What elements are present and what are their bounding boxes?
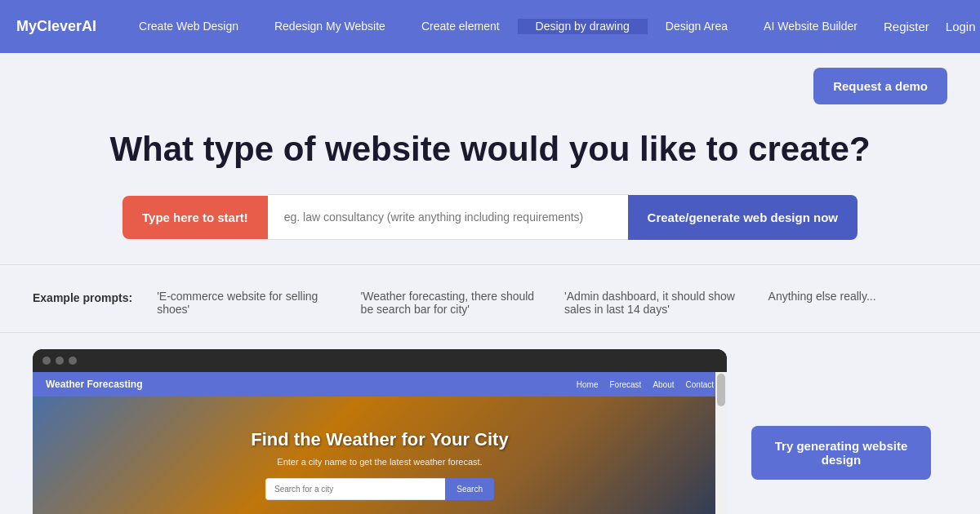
weather-brand: Weather Forecasting — [46, 379, 142, 390]
weather-subtitle: Enter a city name to get the latest weat… — [49, 457, 710, 467]
nav-design-by-drawing[interactable]: Design by drawing — [518, 19, 648, 33]
weather-nav-about: About — [653, 380, 674, 389]
prompt-2: 'Weather forecasting, there should be se… — [361, 290, 540, 316]
nav-create-web-design[interactable]: Create Web Design — [121, 19, 256, 33]
generate-button[interactable]: Create/generate web design now — [628, 195, 858, 241]
nav-design-area[interactable]: Design Area — [648, 19, 746, 33]
browser-dot-2 — [56, 357, 64, 365]
nav-redesign-website[interactable]: Redesign My Website — [256, 19, 403, 33]
nav-links: Create Web Design Redesign My Website Cr… — [121, 19, 875, 33]
bottom-section: Weather Forecasting Home Forecast About … — [33, 333, 947, 514]
request-demo-button[interactable]: Request a demo — [813, 68, 947, 104]
weather-nav-forecast: Forecast — [609, 380, 641, 389]
main-nav: MyCleverAI Create Web Design Redesign My… — [0, 0, 980, 53]
prompts-label: Example prompts: — [33, 290, 132, 304]
nav-ai-website-builder[interactable]: AI Website Builder — [746, 19, 875, 33]
search-row: Type here to start! Create/generate web … — [122, 194, 858, 240]
weather-nav-links: Home Forecast About Contact — [577, 380, 714, 389]
browser-dot-3 — [69, 357, 77, 365]
weather-nav-home: Home — [577, 380, 599, 389]
weather-nav-contact: Contact — [686, 380, 714, 389]
weather-headline: Find the Weather for Your City — [49, 429, 710, 450]
weather-hero: Find the Weather for Your City Enter a c… — [33, 397, 727, 514]
section-divider — [0, 264, 980, 265]
preview-inner: Weather Forecasting Home Forecast About … — [33, 372, 727, 514]
nav-auth: Register Login — [884, 20, 976, 33]
nav-create-element[interactable]: Create element — [403, 19, 518, 33]
scroll-thumb — [717, 374, 725, 406]
prompt-4: Anything else really... — [768, 290, 947, 303]
browser-dot-1 — [42, 357, 51, 365]
website-preview: Weather Forecasting Home Forecast About … — [33, 349, 727, 514]
register-link[interactable]: Register — [884, 20, 929, 33]
weather-nav: Weather Forecasting Home Forecast About … — [33, 372, 727, 397]
try-generating-button[interactable]: Try generating website design — [751, 426, 931, 480]
weather-search-row: Search — [265, 478, 494, 500]
bottom-right-panel: Try generating website design — [727, 333, 947, 496]
login-link[interactable]: Login — [946, 20, 976, 33]
prompt-3: 'Admin dashboard, it should show sales i… — [564, 290, 743, 316]
example-prompts: Example prompts: 'E-commerce website for… — [33, 281, 947, 332]
brand-logo[interactable]: MyCleverAI — [16, 18, 96, 35]
type-here-button[interactable]: Type here to start! — [122, 196, 268, 239]
weather-search-button[interactable]: Search — [445, 478, 494, 500]
website-type-input[interactable] — [268, 194, 628, 240]
weather-search-input[interactable] — [265, 478, 445, 500]
page-headline: What type of website would you like to c… — [33, 129, 947, 170]
prompt-1: 'E-commerce website for selling shoes' — [157, 290, 336, 316]
demo-btn-row: Request a demo — [33, 53, 947, 113]
browser-chrome — [33, 349, 727, 372]
main-content: Request a demo What type of website woul… — [0, 53, 980, 514]
preview-scrollbar[interactable] — [715, 372, 727, 514]
